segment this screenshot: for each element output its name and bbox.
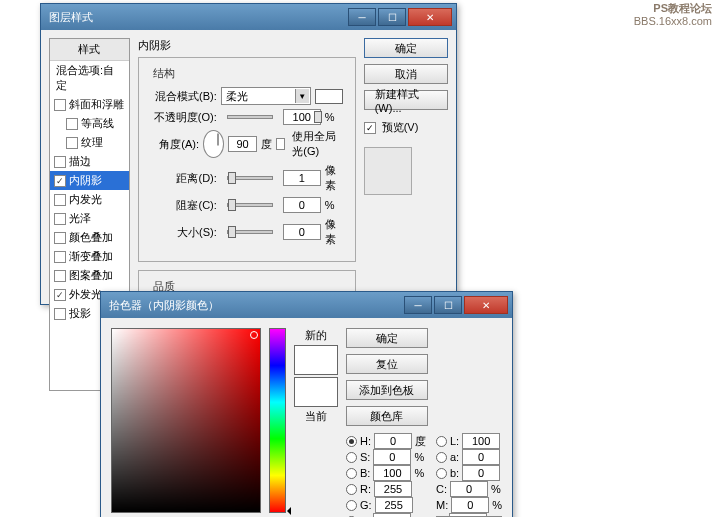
l-radio[interactable] <box>436 436 447 447</box>
style-label: 光泽 <box>69 211 91 226</box>
close-button[interactable]: ✕ <box>408 8 452 26</box>
lb-input[interactable]: 0 <box>462 465 500 481</box>
angle-dial[interactable] <box>203 130 224 158</box>
picker-close[interactable]: ✕ <box>464 296 508 314</box>
style-checkbox[interactable] <box>54 308 66 320</box>
distance-slider[interactable] <box>227 176 273 180</box>
new-label: 新的 <box>305 328 327 343</box>
preview-checkbox[interactable]: ✓ <box>364 122 376 134</box>
b-radio[interactable] <box>346 468 357 479</box>
g-input[interactable]: 255 <box>375 497 413 513</box>
style-checkbox[interactable] <box>54 156 66 168</box>
style-item-9[interactable]: 图案叠加 <box>50 266 129 285</box>
style-item-7[interactable]: 颜色叠加 <box>50 228 129 247</box>
new-color-swatch[interactable] <box>294 345 338 375</box>
style-checkbox[interactable] <box>54 251 66 263</box>
c-input[interactable]: 0 <box>450 481 488 497</box>
distance-label: 距离(D): <box>149 171 217 186</box>
style-item-2[interactable]: 纹理 <box>50 133 129 152</box>
global-light-checkbox[interactable] <box>276 138 285 150</box>
picker-title: 拾色器（内阴影颜色） <box>105 298 402 313</box>
picker-maximize[interactable]: ☐ <box>434 296 462 314</box>
style-checkbox[interactable] <box>54 232 66 244</box>
style-item-5[interactable]: 内发光 <box>50 190 129 209</box>
shadow-color-swatch[interactable] <box>315 89 343 104</box>
color-params: 确定 复位 添加到色板 颜色库 H:0度 S:0% B:100% R:255 G… <box>346 328 502 517</box>
style-item-8[interactable]: 渐变叠加 <box>50 247 129 266</box>
g-radio[interactable] <box>346 500 357 511</box>
style-label: 图案叠加 <box>69 268 113 283</box>
blend-mode-label: 混合模式(B): <box>149 89 217 104</box>
size-input[interactable]: 0 <box>283 224 321 240</box>
preview-swatch <box>364 147 412 195</box>
style-item-6[interactable]: 光泽 <box>50 209 129 228</box>
a-radio[interactable] <box>436 452 447 463</box>
style-checkbox[interactable] <box>66 118 78 130</box>
libraries-button[interactable]: 颜色库 <box>346 406 428 426</box>
choke-slider[interactable] <box>227 203 273 207</box>
r-input[interactable]: 255 <box>374 481 412 497</box>
style-label: 渐变叠加 <box>69 249 113 264</box>
style-checkbox[interactable] <box>54 213 66 225</box>
picker-cancel-button[interactable]: 复位 <box>346 354 428 374</box>
style-checkbox[interactable]: ✓ <box>54 175 66 187</box>
new-style-button[interactable]: 新建样式(W)... <box>364 90 448 110</box>
minimize-button[interactable]: ─ <box>348 8 376 26</box>
add-swatch-button[interactable]: 添加到色板 <box>346 380 428 400</box>
r-radio[interactable] <box>346 484 357 495</box>
titlebar[interactable]: 图层样式 ─ ☐ ✕ <box>41 4 456 30</box>
picker-titlebar[interactable]: 拾色器（内阴影颜色） ─ ☐ ✕ <box>101 292 512 318</box>
blend-mode-combo[interactable]: 柔光▼ <box>221 87 311 105</box>
panel-title: 内阴影 <box>138 38 356 53</box>
b-input[interactable]: 100 <box>373 465 411 481</box>
s-radio[interactable] <box>346 452 357 463</box>
style-label: 外发光 <box>69 287 102 302</box>
picker-ok-button[interactable]: 确定 <box>346 328 428 348</box>
size-label: 大小(S): <box>149 225 217 240</box>
h-input[interactable]: 0 <box>374 433 412 449</box>
color-picker-dialog: 拾色器（内阴影颜色） ─ ☐ ✕ 新的 当前 确定 复位 添加到色板 颜色库 H… <box>100 291 513 517</box>
cancel-button[interactable]: 取消 <box>364 64 448 84</box>
style-checkbox[interactable] <box>54 270 66 282</box>
chevron-down-icon: ▼ <box>295 89 309 103</box>
l-input[interactable]: 100 <box>462 433 500 449</box>
hue-slider[interactable] <box>269 328 286 513</box>
a-input[interactable]: 0 <box>462 449 500 465</box>
size-slider[interactable] <box>227 230 273 234</box>
ok-button[interactable]: 确定 <box>364 38 448 58</box>
m-input[interactable]: 0 <box>451 497 489 513</box>
lb-radio[interactable] <box>436 468 447 479</box>
choke-input[interactable]: 0 <box>283 197 321 213</box>
angle-input[interactable]: 90 <box>228 136 257 152</box>
style-item-1[interactable]: 等高线 <box>50 114 129 133</box>
style-checkbox[interactable] <box>54 194 66 206</box>
style-item-3[interactable]: 描边 <box>50 152 129 171</box>
maximize-button[interactable]: ☐ <box>378 8 406 26</box>
style-label: 斜面和浮雕 <box>69 97 124 112</box>
h-radio[interactable] <box>346 436 357 447</box>
watermark-line1: PS教程论坛 <box>634 2 712 15</box>
current-label: 当前 <box>305 409 327 424</box>
saturation-value-field[interactable] <box>111 328 261 513</box>
style-label: 等高线 <box>81 116 114 131</box>
style-checkbox[interactable] <box>54 99 66 111</box>
opacity-label: 不透明度(O): <box>149 110 217 125</box>
style-label: 描边 <box>69 154 91 169</box>
style-item-0[interactable]: 斜面和浮雕 <box>50 95 129 114</box>
distance-input[interactable]: 1 <box>283 170 321 186</box>
s-input[interactable]: 0 <box>373 449 411 465</box>
picker-minimize[interactable]: ─ <box>404 296 432 314</box>
style-checkbox[interactable] <box>66 137 78 149</box>
style-item-4[interactable]: ✓内阴影 <box>50 171 129 190</box>
dialog-title: 图层样式 <box>45 10 346 25</box>
layer-style-dialog: 图层样式 ─ ☐ ✕ 样式 混合选项:自定 斜面和浮雕等高线纹理描边✓内阴影内发… <box>40 3 457 305</box>
angle-label: 角度(A): <box>149 137 199 152</box>
style-label: 投影 <box>69 306 91 321</box>
style-checkbox[interactable]: ✓ <box>54 289 66 301</box>
opacity-slider[interactable] <box>227 115 273 119</box>
style-label: 内发光 <box>69 192 102 207</box>
structure-label: 结构 <box>153 66 345 81</box>
style-label: 纹理 <box>81 135 103 150</box>
blending-options[interactable]: 混合选项:自定 <box>50 61 129 95</box>
current-color-swatch[interactable] <box>294 377 338 407</box>
